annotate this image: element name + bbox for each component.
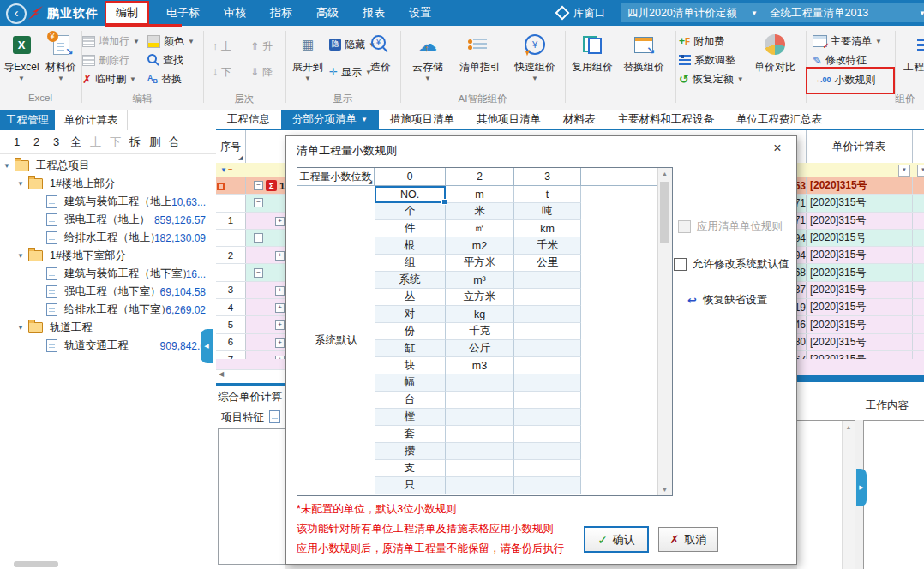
main-tab[interactable]: 分部分项清单 ▼	[281, 110, 379, 129]
replace-price-button[interactable]: 替换组价	[619, 31, 669, 75]
collapse-box-icon[interactable]: −	[254, 198, 263, 207]
reuse-price-button[interactable]: 复用组价	[567, 31, 617, 75]
tree-item[interactable]: ▼ 建筑与装饰工程（地下室） 16...	[0, 265, 213, 283]
unit-cell-3-decimals[interactable]	[514, 409, 581, 426]
filter-row[interactable]: ▼ =	[216, 163, 290, 178]
scroll-up-icon[interactable]: ▲	[658, 171, 671, 177]
unit-cell-2-decimals[interactable]: m2	[446, 237, 514, 255]
unit-cell-0-decimals[interactable]: 组	[375, 255, 446, 272]
filter-row[interactable]: ▼ ▼	[795, 163, 924, 178]
main-tab[interactable]: 措施项目清单 ▼	[379, 110, 465, 129]
unit-cell-3-decimals[interactable]	[514, 323, 581, 340]
tree-item[interactable]: ▼ 1#楼地上部分	[0, 175, 213, 193]
list-standard-dropdown[interactable]: 全统工程量清单2013 ▼	[763, 3, 924, 22]
panel-collapse-handle[interactable]: ◀	[201, 329, 213, 363]
unit-cell-3-decimals[interactable]	[514, 340, 581, 357]
unit-cell-2-decimals[interactable]: 米	[446, 203, 514, 220]
tree-item[interactable]: ▼ 强电工程（地上） 859,126.57	[0, 211, 213, 229]
apply-unit-rule-checkbox[interactable]: 应用清单单位规则	[678, 219, 783, 234]
unit-cell-2-decimals[interactable]	[446, 392, 514, 409]
checkbox-icon[interactable]	[674, 258, 687, 271]
panel-expand-handle[interactable]: ▶	[856, 469, 867, 506]
checkbox-icon[interactable]	[678, 220, 691, 233]
cloud-storage-button[interactable]: ☁↑ 云存储▼	[405, 31, 451, 82]
grid-row-right[interactable]: 71 [2020]315号	[795, 195, 924, 212]
unit-cell-2-decimals[interactable]: 公斤	[446, 340, 514, 357]
content-panel-left[interactable]: ▲	[795, 420, 855, 569]
tree-toolbar-button[interactable]: 上	[86, 135, 105, 150]
unit-cell-2-decimals[interactable]	[446, 426, 514, 443]
caret-down-icon[interactable]: ▼	[17, 324, 28, 332]
unit-cell-3-decimals[interactable]	[514, 374, 581, 392]
expand-box-icon[interactable]: +	[275, 338, 285, 348]
main-tab[interactable]: 材料表 ▼	[552, 110, 607, 129]
menu-item[interactable]: 高级	[304, 5, 351, 21]
tree-toolbar-button[interactable]: 2	[27, 135, 46, 148]
unit-cell-0-decimals[interactable]: 块	[375, 357, 446, 374]
tree-toolbar-button[interactable]: 删	[145, 135, 165, 150]
unit-cell-0-decimals[interactable]: NO.	[375, 186, 446, 203]
grid-row-right[interactable]: 68 [2020]315号	[795, 264, 924, 281]
demote-button[interactable]: ⇓降	[250, 63, 273, 81]
unit-cell-0-decimals[interactable]: 系统	[375, 272, 446, 289]
tree-toolbar-button[interactable]: 拆	[125, 135, 145, 150]
unit-cell-2-decimals[interactable]: 平方米	[446, 255, 514, 272]
menu-item[interactable]: 审核	[212, 5, 258, 21]
restore-default-link[interactable]: ↩ 恢复缺省设置	[687, 293, 767, 308]
column-header-3[interactable]: 3	[514, 168, 581, 186]
unit-cell-2-decimals[interactable]	[446, 409, 514, 426]
expand-box-icon[interactable]: +	[275, 320, 285, 330]
menu-item[interactable]: 电子标	[154, 5, 212, 21]
tree-item[interactable]: ▼ 轨道交通工程 909,842.6	[0, 337, 213, 355]
unit-cell-3-decimals[interactable]	[514, 306, 581, 323]
tab-unit-price-calc[interactable]: 综合单价计算	[218, 390, 285, 404]
collapse-box-icon[interactable]: −	[254, 233, 263, 243]
unit-cell-0-decimals[interactable]: 份	[375, 323, 446, 340]
unit-cell-3-decimals[interactable]	[514, 289, 581, 306]
temp-delete-button[interactable]: ✗临时删▼	[82, 70, 136, 87]
column-header-2[interactable]: 2	[446, 168, 514, 186]
close-icon[interactable]: ×	[769, 141, 786, 156]
collapse-box-icon[interactable]: −	[254, 268, 263, 278]
tab-unit-price-table[interactable]: 单价计算表	[55, 110, 128, 130]
unit-cell-2-decimals[interactable]: m³	[446, 272, 514, 289]
tree-item[interactable]: ▼ 给排水工程（地下室） 6,269.02	[0, 301, 213, 319]
expand-box-icon[interactable]: +	[275, 286, 285, 296]
unit-cell-0-decimals[interactable]: 幅	[375, 374, 446, 392]
material-price-button[interactable]: ¥↘ 材料价▼	[41, 31, 81, 82]
unit-cell-2-decimals[interactable]: 千克	[446, 323, 514, 340]
menu-item[interactable]: 设置	[397, 5, 443, 21]
scrollbar-thumb[interactable]	[660, 182, 669, 243]
tree-item[interactable]: ▼ 给排水工程（地上） 182,130.09	[0, 229, 213, 247]
grid-row-left[interactable]: 5 − Σ +	[216, 316, 285, 333]
confirm-button[interactable]: ✓ 确认	[584, 526, 649, 553]
expand-to-button[interactable]: ▦ 展开到▼	[288, 31, 327, 82]
grid-row-right[interactable]: 94 [2020]315号	[795, 230, 924, 247]
grid-row-left[interactable]: 2 − Σ +	[216, 247, 285, 264]
content-panel-right[interactable]	[863, 420, 924, 569]
grid-row-left[interactable]: − Σ 1 +	[216, 177, 285, 195]
scroll-left-icon[interactable]: ◀	[219, 370, 224, 378]
tree-item[interactable]: ▼ 建筑与装饰工程（地上） 10,63...	[0, 193, 213, 211]
promote-button[interactable]: ⇑升	[250, 38, 273, 55]
filter-dropdown-icon[interactable]: ▼	[898, 165, 910, 177]
grid-row-right[interactable]: 53 [2020]315号	[795, 177, 924, 195]
main-tab[interactable]: 工程信息 ▼	[216, 110, 281, 129]
expand-box-icon[interactable]: +	[275, 251, 285, 261]
tree-item[interactable]: ▼ 1#楼地下室部分	[0, 247, 213, 265]
caret-down-icon[interactable]: ▼	[17, 252, 28, 260]
unit-cell-0-decimals[interactable]: 套	[375, 426, 446, 443]
tab-project-management[interactable]: 工程管理	[0, 110, 55, 130]
tree-item[interactable]: ▼ 强电工程（地下室） 69,104.58	[0, 283, 213, 301]
color-button[interactable]: 颜色▼	[147, 33, 195, 50]
vertical-scrollbar[interactable]: ▲	[842, 421, 855, 569]
unit-price-header-label[interactable]: 单价计算表	[806, 130, 912, 163]
tree-toolbar-button[interactable]: 3	[46, 135, 66, 148]
replace-button[interactable]: AB替换	[147, 70, 182, 87]
unit-cell-3-decimals[interactable]: km	[514, 220, 581, 237]
unit-cell-3-decimals[interactable]	[514, 443, 581, 460]
unit-cell-3-decimals[interactable]	[514, 272, 581, 289]
find-button[interactable]: 查找	[147, 51, 183, 69]
unit-cell-0-decimals[interactable]: 对	[375, 306, 446, 323]
filter-dropdown-icon[interactable]: ▼	[917, 165, 924, 177]
